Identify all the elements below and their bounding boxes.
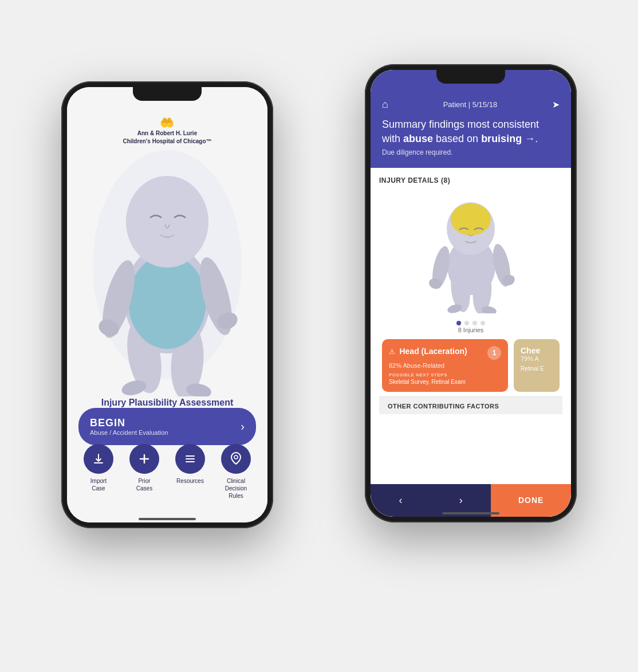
cheek-next-steps: Retinal E [521,366,553,372]
resources-label: Resources [176,477,204,485]
assessment-title: Injury Plausibility Assessment [101,398,234,408]
svg-point-6 [128,255,206,349]
resources-circle [175,444,205,474]
svg-rect-13 [94,462,103,463]
injury-card-head[interactable]: ⚠ Head (Laceration) 1 82% Abuse-Related … [382,339,508,392]
injury-section-title: INJURY DETAILS (8) [379,176,562,184]
begin-button-text: BEGIN Abuse / Accident Evaluation [90,417,168,436]
phones-container: 🤲 Ann & Robert H. Lurie Children's Hospi… [61,36,577,637]
begin-button[interactable]: BEGIN Abuse / Accident Evaluation › [78,408,256,445]
begin-arrow-icon: › [241,420,245,433]
icon-item-import-case[interactable]: ImportCase [84,444,113,500]
next-arrow-icon: › [459,494,463,506]
clinical-decision-rules-circle [221,444,251,474]
cheek-title: Chee [521,346,553,355]
import-case-label: ImportCase [90,477,107,492]
card-header-row-head: ⚠ Head (Laceration) 1 [389,346,501,360]
svg-rect-15 [186,458,195,459]
baby-figure-left [87,133,247,396]
card-title-head: ⚠ Head (Laceration) [389,346,467,356]
hospital-name-line2: Children's Hospital of Chicago™ [123,137,211,146]
screen-right: ⌂ Patient | 5/15/18 ➤ Summary findings m… [371,70,571,517]
begin-label: BEGIN [90,417,168,429]
import-case-circle [84,444,113,474]
hospital-logo: 🤲 Ann & Robert H. Lurie Children's Hospi… [123,116,211,146]
prev-button[interactable]: ‹ [371,484,431,517]
warning-icon: ⚠ [389,348,395,356]
svg-rect-14 [186,455,195,457]
prior-cases-circle [129,444,159,474]
next-steps-value: Skeletal Survey, Retinal Exam [389,379,501,385]
svg-point-17 [234,455,238,459]
home-indicator-left [139,518,196,520]
done-button[interactable]: DONE [491,484,571,517]
other-factors-bar: OTHER CONTRIBUTING FACTORS [379,396,562,414]
dot-1 [456,321,461,325]
dot-2 [464,321,469,325]
home-indicator-right [442,512,499,514]
done-label: DONE [518,496,544,505]
notch-right [436,70,505,84]
injuries-count: 8 Injuries [379,327,562,333]
injury-cards: ⚠ Head (Laceration) 1 82% Abuse-Related … [379,339,562,392]
svg-point-12 [126,176,208,268]
icon-item-clinical-decision-rules[interactable]: ClinicalDecisionRules [221,444,251,500]
card-number-head: 1 [487,346,501,360]
header-date: Patient | 5/15/18 [443,100,497,109]
hospital-name-line1: Ann & Robert H. Lurie [123,129,211,137]
header-top: ⌂ Patient | 5/15/18 ➤ [382,99,560,111]
injury-section: INJURY DETAILS (8) [371,168,571,517]
svg-point-29 [451,203,491,235]
svg-rect-16 [186,461,195,462]
screen-left: 🤲 Ann & Robert H. Lurie Children's Hospi… [67,87,267,522]
due-diligence-text: Due diligence required. [382,148,560,156]
card-percent-head: 82% Abuse-Related [389,362,501,369]
right-header: ⌂ Patient | 5/15/18 ➤ Summary findings m… [371,70,571,168]
begin-sublabel: Abuse / Accident Evaluation [90,429,168,436]
dot-4 [481,321,485,325]
hospital-icon: 🤲 [123,116,211,129]
injury-card-cheek[interactable]: Chee 79% A Retinal E [514,339,560,392]
next-steps-label: POSSIBLE NEXT STEPS [389,372,501,378]
icon-item-prior-cases[interactable]: PriorCases [129,444,159,500]
baby-figure-right [379,190,562,316]
prev-arrow-icon: ‹ [399,494,403,506]
bottom-icons: ImportCase PriorCases [67,444,267,500]
home-icon[interactable]: ⌂ [382,99,388,111]
prior-cases-label: PriorCases [136,477,152,492]
phone-right: ⌂ Patient | 5/15/18 ➤ Summary findings m… [365,64,577,522]
clinical-decision-rules-label: ClinicalDecisionRules [225,477,247,500]
notch-left [133,87,202,101]
cheek-percent: 79% A [521,355,553,362]
pagination-dots [379,321,562,325]
icon-item-resources[interactable]: Resources [175,444,205,500]
dot-3 [472,321,477,325]
send-icon[interactable]: ➤ [552,99,560,110]
phone-left: 🤲 Ann & Robert H. Lurie Children's Hospi… [61,81,273,528]
summary-text: Summary findings most consistent with ab… [382,117,560,146]
head-laceration-title: Head (Laceration) [399,347,467,356]
